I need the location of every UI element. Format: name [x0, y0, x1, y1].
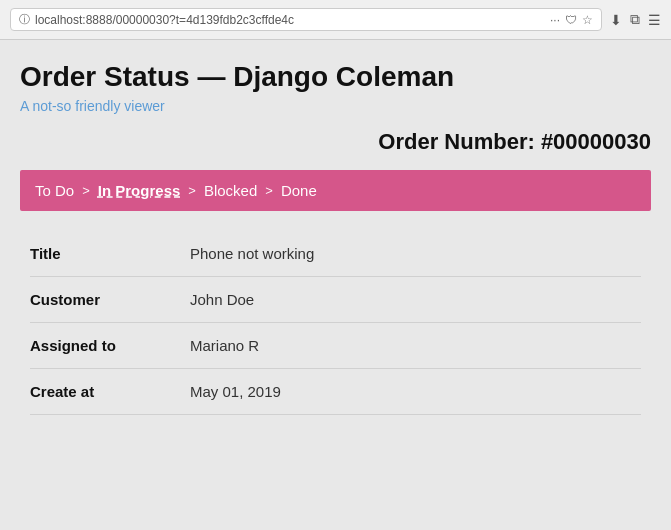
separator-1: > [82, 183, 90, 198]
detail-row-createat: Create at May 01, 2019 [30, 369, 641, 415]
detail-value-assigned: Mariano R [190, 337, 259, 354]
browser-chrome: ⓘ localhost:8888/00000030?t=4d139fdb2c3c… [0, 0, 671, 40]
detail-value-title: Phone not working [190, 245, 314, 262]
detail-row-title: Title Phone not working [30, 231, 641, 277]
detail-value-createat: May 01, 2019 [190, 383, 281, 400]
detail-label-customer: Customer [30, 291, 190, 308]
detail-value-customer: John Doe [190, 291, 254, 308]
separator-3: > [265, 183, 273, 198]
page-content: Order Status — Django Coleman A not-so f… [0, 40, 671, 530]
download-icon[interactable]: ⬇ [610, 12, 622, 28]
site-header: Order Status — Django Coleman A not-so f… [20, 60, 651, 114]
status-steps: To Do > In Progress > Blocked > Done [35, 182, 636, 199]
info-icon: ⓘ [19, 12, 30, 27]
order-number-container: Order Number: #00000030 [20, 129, 651, 155]
detail-row-assigned: Assigned to Mariano R [30, 323, 641, 369]
status-step-done[interactable]: Done [281, 182, 317, 199]
status-bar: To Do > In Progress > Blocked > Done [20, 170, 651, 211]
address-bar-icons: ··· 🛡 ☆ [550, 13, 593, 27]
site-title: Order Status — Django Coleman [20, 60, 651, 94]
status-step-blocked[interactable]: Blocked [204, 182, 257, 199]
url-text: localhost:8888/00000030?t=4d139fdb2c3cff… [35, 13, 545, 27]
order-number: Order Number: #00000030 [378, 129, 651, 154]
detail-label-assigned: Assigned to [30, 337, 190, 354]
dots-icon[interactable]: ··· [550, 13, 560, 27]
detail-label-createat: Create at [30, 383, 190, 400]
separator-2: > [188, 183, 196, 198]
status-step-todo[interactable]: To Do [35, 182, 74, 199]
bookmark-icon[interactable]: 🛡 [565, 13, 577, 27]
star-icon[interactable]: ☆ [582, 13, 593, 27]
library-icon[interactable]: ⧉ [630, 11, 640, 28]
address-bar[interactable]: ⓘ localhost:8888/00000030?t=4d139fdb2c3c… [10, 8, 602, 31]
status-step-inprogress[interactable]: In Progress [98, 182, 181, 199]
detail-row-customer: Customer John Doe [30, 277, 641, 323]
details-section: Title Phone not working Customer John Do… [20, 231, 651, 415]
site-subtitle: A not-so friendly viewer [20, 98, 651, 114]
browser-right-icons: ⬇ ⧉ ☰ [610, 11, 661, 28]
menu-icon[interactable]: ☰ [648, 12, 661, 28]
detail-label-title: Title [30, 245, 190, 262]
